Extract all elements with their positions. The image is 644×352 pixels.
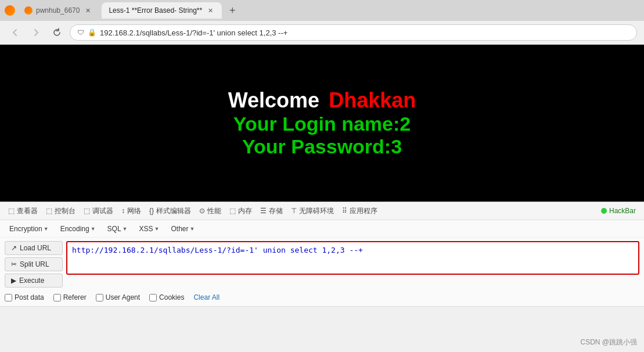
clear-all-button[interactable]: Clear All [193, 293, 220, 301]
hackbar-menu: Encryption ▼ Encoding ▼ SQL ▼ XSS ▼ Othe… [0, 220, 644, 238]
url-input-container [66, 241, 639, 275]
menu-encoding[interactable]: Encoding ▼ [56, 224, 100, 234]
style-icon: {} [149, 207, 154, 215]
user-agent-checkbox[interactable]: User Agent [96, 293, 140, 301]
web-content: Welcome Dhakkan Your Login name:2 Your P… [0, 45, 644, 202]
address-bar[interactable]: 🛡 🔒 192.168.2.1/sqllabs/Less-1/?id=-1' u… [70, 24, 637, 41]
tab1-favicon [24, 6, 33, 15]
devtool-performance[interactable]: ⊙ 性能 [196, 203, 225, 219]
hackbar-label: HackBar [609, 207, 636, 215]
url-input[interactable] [67, 242, 638, 271]
referer-check[interactable] [53, 294, 61, 301]
password-text: Your Password:3 [242, 135, 402, 158]
network-icon: ↕ [121, 207, 125, 215]
refresh-button[interactable] [49, 24, 65, 41]
back-button[interactable] [7, 24, 23, 41]
cookies-checkbox[interactable]: Cookies [149, 293, 184, 301]
menu-encryption[interactable]: Encryption ▼ [5, 224, 53, 234]
address-text: 192.168.2.1/sqllabs/Less-1/?id=-1' union… [100, 28, 287, 37]
tab2-close[interactable]: ✕ [206, 6, 215, 15]
devtool-console[interactable]: ⬚ 控制台 [42, 203, 79, 219]
hackbar-panel: Encryption ▼ Encoding ▼ SQL ▼ XSS ▼ Othe… [0, 220, 644, 307]
performance-icon: ⊙ [199, 207, 205, 215]
devtool-style-editor[interactable]: {} 样式编辑器 [146, 203, 195, 219]
devtools-bar: ⬚ 查看器 ⬚ 控制台 ⬚ 调试器 ↕ 网络 {} 样式编辑器 ⊙ 性能 ⬚ 内… [0, 202, 644, 220]
lock-icon: 🔒 [88, 28, 96, 37]
split-url-icon: ✂ [11, 260, 17, 268]
inspector-icon: ⬚ [8, 207, 15, 215]
execute-icon: ▶ [11, 276, 16, 285]
tab-bar: pwnhub_6670 ✕ Less-1 **Error Based- Stri… [0, 0, 644, 21]
devtool-network[interactable]: ↕ 网络 [118, 203, 145, 219]
execute-button[interactable]: ▶ Execute [5, 274, 63, 288]
watermark: CSDN @跳跳小强 [580, 337, 637, 347]
other-arrow: ▼ [189, 226, 195, 232]
devtool-inspector[interactable]: ⬚ 查看器 [5, 203, 41, 219]
devtool-storage[interactable]: ☰ 存储 [257, 203, 286, 219]
tab-2[interactable]: Less-1 **Error Based- String** ✕ [102, 2, 222, 19]
hackbar-checkboxes: Post data Referer User Agent Cookies Cle… [0, 291, 644, 306]
menu-xss[interactable]: XSS ▼ [135, 224, 164, 234]
encoding-arrow: ▼ [91, 226, 96, 232]
hackbar-url-area: ↗ Load URL ✂ Split URL ▶ Execute [0, 238, 644, 291]
menu-other[interactable]: Other ▼ [166, 224, 199, 234]
tab1-label: pwnhub_6670 [36, 6, 80, 15]
xss-arrow: ▼ [154, 226, 160, 232]
tab2-label: Less-1 **Error Based- String** [109, 6, 202, 15]
application-icon: ⠿ [342, 207, 347, 215]
login-name-text: Your Login name:2 [233, 113, 411, 135]
devtool-hackbar[interactable]: HackBar [598, 203, 639, 219]
firefox-icon [5, 5, 15, 16]
hackbar-dot-icon [601, 208, 607, 214]
devtool-application[interactable]: ⠿ 应用程序 [339, 203, 381, 219]
devtool-accessibility[interactable]: ⊤ 无障碍环境 [287, 203, 337, 219]
cookies-check[interactable] [149, 294, 157, 301]
shield-icon: 🛡 [77, 28, 84, 37]
accessibility-icon: ⊤ [291, 207, 297, 215]
sql-arrow: ▼ [123, 226, 128, 232]
console-icon: ⬚ [46, 207, 52, 215]
welcome-label: Welcome [228, 88, 319, 113]
devtool-memory[interactable]: ⬚ 内存 [226, 203, 256, 219]
add-tab-button[interactable]: + [224, 2, 240, 19]
split-url-button[interactable]: ✂ Split URL [5, 257, 63, 271]
hackbar-action-buttons: ↗ Load URL ✂ Split URL ▶ Execute [5, 241, 63, 288]
forward-button[interactable] [28, 24, 44, 41]
post-data-checkbox[interactable]: Post data [5, 293, 44, 301]
dhakkan-label: Dhakkan [329, 88, 416, 113]
user-agent-check[interactable] [96, 294, 103, 301]
referer-checkbox[interactable]: Referer [53, 293, 87, 301]
menu-sql[interactable]: SQL ▼ [103, 224, 132, 234]
tab1-close[interactable]: ✕ [83, 6, 92, 15]
load-url-button[interactable]: ↗ Load URL [5, 241, 63, 255]
tab-1[interactable]: pwnhub_6670 ✕ [17, 2, 99, 19]
storage-icon: ☰ [260, 207, 267, 215]
debugger-icon: ⬚ [84, 207, 90, 215]
browser-chrome: pwnhub_6670 ✕ Less-1 **Error Based- Stri… [0, 0, 644, 45]
encryption-arrow: ▼ [44, 226, 49, 232]
load-url-icon: ↗ [11, 244, 17, 252]
post-data-check[interactable] [5, 294, 12, 301]
nav-bar: 🛡 🔒 192.168.2.1/sqllabs/Less-1/?id=-1' u… [0, 21, 644, 44]
memory-icon: ⬚ [229, 207, 236, 215]
devtool-debugger[interactable]: ⬚ 调试器 [80, 203, 117, 219]
